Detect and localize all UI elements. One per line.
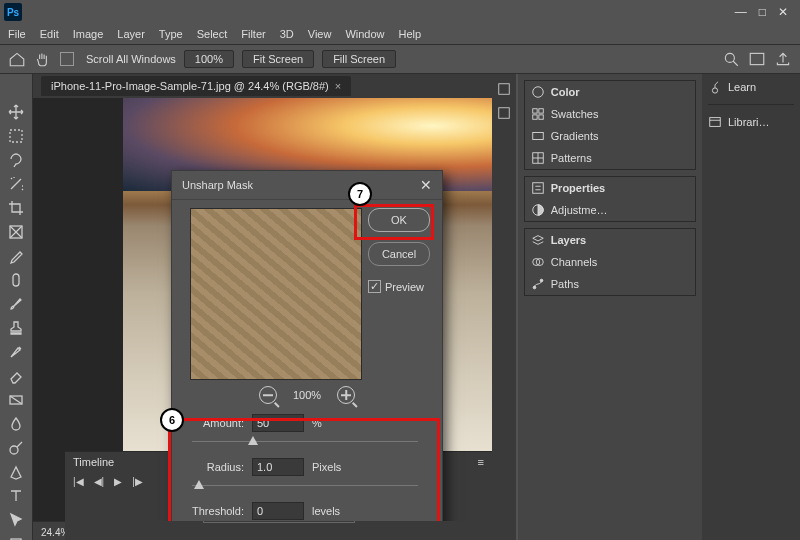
svg-rect-33 [710, 118, 721, 127]
blur-tool-icon[interactable] [6, 416, 26, 432]
svg-rect-14 [499, 108, 510, 119]
menu-window[interactable]: Window [345, 28, 384, 40]
wand-tool-icon[interactable] [6, 176, 26, 192]
window-close[interactable]: ✕ [778, 5, 788, 19]
zoom-in-icon[interactable] [337, 386, 355, 404]
gradient-tool-icon[interactable] [6, 392, 26, 408]
menu-bar: File Edit Image Layer Type Select Filter… [0, 24, 800, 45]
panel-learn[interactable]: Learn [708, 80, 794, 94]
dodge-tool-icon[interactable] [6, 440, 26, 456]
fit-screen-button[interactable]: Fit Screen [242, 50, 314, 68]
eyedropper-tool-icon[interactable] [6, 248, 26, 264]
crop-tool-icon[interactable] [6, 200, 26, 216]
dialog-title: Unsharp Mask [182, 179, 253, 191]
path-select-tool-icon[interactable] [6, 512, 26, 528]
heal-tool-icon[interactable] [6, 272, 26, 288]
panel-patterns[interactable]: Patterns [525, 147, 695, 169]
svg-rect-19 [539, 115, 543, 119]
radius-slider[interactable] [192, 478, 418, 492]
radius-label: Radius: [184, 461, 244, 473]
lasso-tool-icon[interactable] [6, 152, 26, 168]
radius-input[interactable] [252, 458, 304, 476]
home-icon[interactable] [8, 50, 26, 68]
panel-libraries[interactable]: Librari… [708, 115, 794, 129]
svg-rect-24 [533, 183, 544, 194]
frame-tool-icon[interactable] [6, 224, 26, 240]
panel-icon[interactable] [497, 106, 511, 120]
timeline-menu-icon[interactable]: ≡ [478, 456, 484, 468]
document-tabstrip: iPhone-11-Pro-Image-Sample-71.jpg @ 24.4… [33, 74, 492, 98]
menu-filter[interactable]: Filter [241, 28, 265, 40]
menu-select[interactable]: Select [197, 28, 228, 40]
menu-image[interactable]: Image [73, 28, 104, 40]
ok-button[interactable]: OK [368, 208, 430, 232]
dialog-preview-image[interactable] [190, 208, 362, 380]
panel-paths[interactable]: Paths [525, 273, 695, 295]
panel-adjustments[interactable]: Adjustme… [525, 199, 695, 221]
threshold-input[interactable] [252, 502, 304, 520]
timeline-prev-icon[interactable]: ◀| [94, 476, 105, 487]
svg-point-32 [712, 88, 717, 93]
document-tab-label: iPhone-11-Pro-Image-Sample-71.jpg @ 24.4… [51, 80, 329, 92]
menu-edit[interactable]: Edit [40, 28, 59, 40]
zoom-value[interactable]: 100% [184, 50, 234, 68]
move-tool-icon[interactable] [6, 104, 26, 120]
panel-properties[interactable]: Properties [525, 177, 695, 199]
preview-checkbox-label: Preview [385, 281, 424, 293]
workspace-icon[interactable] [748, 50, 766, 68]
radius-unit: Pixels [312, 461, 341, 473]
timeline-first-icon[interactable]: |◀ [73, 476, 84, 487]
dialog-close-icon[interactable]: ✕ [420, 177, 432, 193]
amount-slider[interactable] [192, 434, 418, 448]
window-titlebar: Ps — □ ✕ [0, 0, 800, 24]
document-area: iPhone-11-Pro-Image-Sample-71.jpg @ 24.4… [33, 74, 492, 540]
svg-line-11 [17, 442, 22, 447]
svg-rect-13 [499, 84, 510, 95]
menu-3d[interactable]: 3D [280, 28, 294, 40]
timeline-play-icon[interactable]: ▶ [114, 476, 122, 487]
svg-rect-3 [10, 130, 22, 142]
amount-label: Amount: [184, 417, 244, 429]
window-maximize[interactable]: □ [759, 5, 766, 19]
menu-type[interactable]: Type [159, 28, 183, 40]
eraser-tool-icon[interactable] [6, 368, 26, 384]
type-tool-icon[interactable] [6, 488, 26, 504]
menu-help[interactable]: Help [399, 28, 422, 40]
scroll-all-checkbox[interactable] [60, 52, 74, 66]
svg-rect-18 [533, 115, 537, 119]
toolbox [0, 74, 33, 540]
annotation-step-7: 7 [348, 182, 372, 206]
marquee-tool-icon[interactable] [6, 128, 26, 144]
zoom-out-icon[interactable] [259, 386, 277, 404]
panel-swatches[interactable]: Swatches [525, 103, 695, 125]
preview-checkbox[interactable]: ✓ [368, 280, 381, 293]
annotation-step-6: 6 [160, 408, 184, 432]
history-brush-tool-icon[interactable] [6, 344, 26, 360]
panel-channels[interactable]: Channels [525, 251, 695, 273]
window-minimize[interactable]: — [735, 5, 747, 19]
document-tab[interactable]: iPhone-11-Pro-Image-Sample-71.jpg @ 24.4… [41, 76, 351, 96]
share-icon[interactable] [774, 50, 792, 68]
menu-layer[interactable]: Layer [117, 28, 145, 40]
timeline-next-icon[interactable]: |▶ [132, 476, 143, 487]
fill-screen-button[interactable]: Fill Screen [322, 50, 396, 68]
scroll-all-label: Scroll All Windows [86, 53, 176, 65]
panel-layers[interactable]: Layers [525, 229, 695, 251]
svg-rect-16 [533, 109, 537, 113]
menu-file[interactable]: File [8, 28, 26, 40]
threshold-unit: levels [312, 505, 340, 517]
menu-view[interactable]: View [308, 28, 332, 40]
hand-tool-icon[interactable] [34, 50, 52, 68]
shape-tool-icon[interactable] [6, 536, 26, 540]
panel-color[interactable]: Color [525, 81, 695, 103]
brush-tool-icon[interactable] [6, 296, 26, 312]
panel-gradients[interactable]: Gradients [525, 125, 695, 147]
panel-icon[interactable] [497, 82, 511, 96]
cancel-button[interactable]: Cancel [368, 242, 430, 266]
close-tab-icon[interactable]: × [335, 80, 341, 92]
pen-tool-icon[interactable] [6, 464, 26, 480]
unsharp-mask-dialog: Unsharp Mask ✕ 7 OK Cancel ✓ Preview [171, 170, 443, 521]
stamp-tool-icon[interactable] [6, 320, 26, 336]
amount-input[interactable] [252, 414, 304, 432]
search-icon[interactable] [722, 50, 740, 68]
